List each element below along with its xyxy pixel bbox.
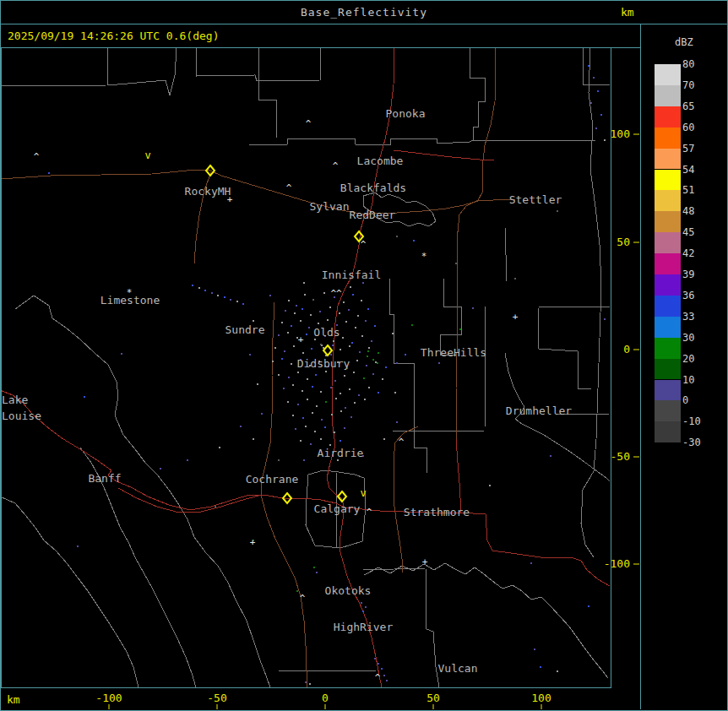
radar-echo-dot xyxy=(530,562,532,564)
city-label: Ponoka xyxy=(386,107,426,120)
radar-echo-dot xyxy=(514,278,516,280)
radar-echo-dot xyxy=(340,349,341,350)
radar-echo-dot xyxy=(249,354,251,356)
radar-echo-dot xyxy=(588,65,589,67)
legend-color-box xyxy=(655,253,681,274)
radar-echo-dot xyxy=(386,680,388,681)
radar-echo-dot xyxy=(385,366,387,368)
radar-echo-dot xyxy=(343,301,345,303)
radar-echo-dot xyxy=(588,605,589,607)
y-axis-tick-label: 0 xyxy=(623,343,630,356)
radar-echo-dot xyxy=(590,102,592,104)
radar-echo-dot xyxy=(293,345,295,347)
radar-echo-dot xyxy=(311,348,312,350)
legend-color-box xyxy=(655,64,681,85)
legend-dbz-label: 10 xyxy=(682,374,694,386)
radar-echo-dot xyxy=(348,309,350,311)
radar-echo-dot xyxy=(287,401,289,403)
city-label: Airdrie xyxy=(318,447,364,459)
radar-echo-dot xyxy=(349,388,350,390)
dbz-legend-panel: dBZ 807065605754514845423936333020100-10… xyxy=(641,24,728,709)
radar-echo-dot xyxy=(219,447,220,448)
radar-map-canvas[interactable]: ^^^^^^**++^^^^^+++vvPonokaLacombeBlackfa… xyxy=(0,0,728,711)
city-label: Limestone xyxy=(101,294,160,307)
radar-echo-dot xyxy=(306,334,307,335)
y-axis-tick-label: -50 xyxy=(611,450,630,463)
legend-color-box xyxy=(655,338,681,359)
radar-echo-dot xyxy=(309,683,311,685)
county-boundary-line xyxy=(249,138,610,144)
river-line xyxy=(364,563,608,678)
legend-dbz-label: 30 xyxy=(682,332,694,344)
radar-echo-dot xyxy=(344,427,345,429)
city-label: Okotoks xyxy=(325,584,372,597)
radar-echo-dot xyxy=(278,374,280,376)
radar-echo-dot xyxy=(372,359,374,361)
radar-echo-dot xyxy=(321,419,323,421)
radar-echo-dot xyxy=(192,285,193,286)
primary-highway-line xyxy=(456,439,460,513)
radar-echo-dot xyxy=(455,263,457,264)
radar-echo-dot xyxy=(305,681,307,683)
radar-echo-dot xyxy=(374,325,376,327)
city-label: Lake xyxy=(2,393,28,406)
radar-echo-dot xyxy=(302,352,304,354)
radar-echo-dot xyxy=(357,315,359,317)
radar-echo-dot xyxy=(211,292,213,294)
city-label: Strathmore xyxy=(404,506,470,518)
legend-dbz-label: 39 xyxy=(682,269,694,280)
radar-echo-dot xyxy=(312,386,313,388)
radar-echo-dot xyxy=(217,295,219,296)
radar-echo-dot xyxy=(344,375,345,377)
legend-color-box xyxy=(655,128,681,149)
radar-echo-dot xyxy=(297,372,299,373)
town-point-marker: ^ xyxy=(361,239,367,250)
radar-echo-dot xyxy=(253,320,254,322)
legend-dbz-label: 80 xyxy=(682,58,694,70)
radar-echo-dot xyxy=(329,307,331,308)
legend-color-box xyxy=(655,85,681,106)
county-boundary-line xyxy=(583,48,610,84)
radar-echo-dot xyxy=(365,320,367,322)
radar-echo-dot xyxy=(383,438,385,440)
legend-dbz-label: 33 xyxy=(682,311,694,323)
radar-echo-dot xyxy=(204,290,206,291)
town-point-marker: * xyxy=(421,251,427,262)
legend-color-box xyxy=(655,296,681,317)
county-boundary-line xyxy=(538,307,610,307)
radar-echo-dot xyxy=(314,339,316,340)
radar-echo-dot xyxy=(604,139,606,141)
radar-echo-dot xyxy=(356,360,358,361)
county-boundary-line xyxy=(581,48,601,557)
town-point-marker: + xyxy=(513,312,519,323)
radar-echo-dot xyxy=(312,412,313,414)
radar-echo-dot xyxy=(550,455,551,457)
radar-echo-dot xyxy=(303,459,305,461)
radar-echo-dot xyxy=(302,390,303,392)
radar-echo-dot xyxy=(358,394,360,396)
radar-echo-dot xyxy=(355,327,356,328)
radar-echo-dot xyxy=(318,323,319,324)
radar-echo-dot xyxy=(340,410,342,412)
radar-echo-dot xyxy=(362,282,364,284)
radar-echo-dot xyxy=(274,347,276,349)
radar-echo-dot xyxy=(278,459,280,461)
radar-echo-dot xyxy=(288,300,290,301)
radar-echo-dot xyxy=(198,287,200,289)
legend-dbz-label: 70 xyxy=(682,79,694,91)
radar-echo-dot xyxy=(365,606,367,608)
radar-echo-dot xyxy=(224,296,225,298)
radar-echo-dot xyxy=(374,658,376,659)
radar-echo-dot xyxy=(489,485,491,486)
county-boundary-line xyxy=(538,307,591,388)
radar-echo-dot xyxy=(405,354,406,356)
radar-echo-dot xyxy=(368,347,370,349)
radar-echo-dot xyxy=(288,377,290,378)
wind-marker-icon: v xyxy=(360,487,366,499)
radar-echo-dot xyxy=(396,362,398,364)
town-point-marker: ^ xyxy=(333,160,339,171)
radar-echo-dot xyxy=(378,663,379,665)
radar-echo-dot xyxy=(253,438,254,440)
radar-echo-dot xyxy=(316,405,318,407)
radar-echo-dot xyxy=(310,314,312,316)
